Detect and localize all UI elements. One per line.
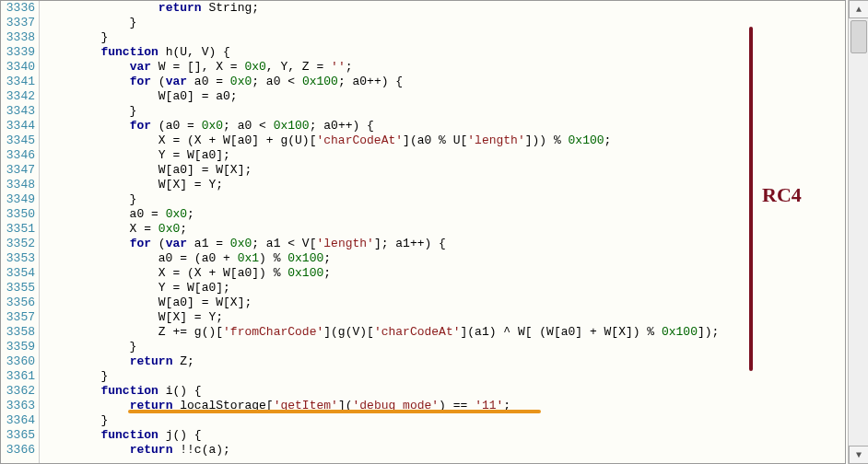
line-number: 3352	[1, 237, 35, 251]
line-number: 3339	[1, 45, 35, 60]
line-number: 3338	[1, 30, 35, 45]
line-number: 3350	[1, 207, 35, 222]
code-line: function h(U, V) {	[43, 45, 845, 60]
code-line: }	[43, 104, 845, 119]
code-line: for (a0 = 0x0; a0 < 0x100; a0++) {	[43, 119, 845, 133]
code-line: X = (X + W[a0]) % 0x100;	[43, 266, 845, 281]
line-number: 3342	[1, 89, 35, 104]
line-number: 3354	[1, 266, 35, 281]
line-number: 3344	[1, 119, 35, 133]
line-number: 3358	[1, 325, 35, 340]
line-number: 3360	[1, 354, 35, 369]
code-line: return String;	[43, 1, 845, 16]
line-number: 3359	[1, 340, 35, 354]
code-line: W[X] = Y;	[43, 310, 845, 325]
annotation-label: RC4	[762, 183, 802, 207]
line-number: 3336	[1, 1, 35, 16]
code-line: X = (X + W[a0] + g(U)['charCodeAt'](a0 %…	[43, 133, 845, 148]
line-number: 3346	[1, 148, 35, 163]
code-line: }	[43, 369, 845, 384]
code-line: return !!c(a);	[43, 443, 845, 458]
scrollbar-thumb[interactable]	[850, 20, 867, 53]
code-line: }	[43, 30, 845, 45]
code-line: Y = W[a0];	[43, 148, 845, 163]
highlight-underline	[128, 410, 541, 413]
line-number: 3351	[1, 222, 35, 237]
line-number: 3364	[1, 413, 35, 428]
code-line: for (var a0 = 0x0; a0 < 0x100; a0++) {	[43, 75, 845, 89]
scroll-down-button[interactable]: ▼	[849, 446, 868, 464]
line-number: 3343	[1, 104, 35, 119]
line-number: 3349	[1, 192, 35, 207]
line-number: 3361	[1, 369, 35, 384]
code-line: Y = W[a0];	[43, 281, 845, 296]
line-number: 3345	[1, 133, 35, 148]
line-number-gutter: 3336333733383339334033413342334333443345…	[1, 1, 40, 463]
line-number: 3340	[1, 60, 35, 75]
scroll-up-button[interactable]: ▲	[849, 0, 868, 18]
code-line: W[a0] = W[X];	[43, 163, 845, 178]
code-editor: 3336333733383339334033413342334333443345…	[0, 0, 846, 464]
line-number: 3348	[1, 178, 35, 192]
code-line: a0 = 0x0;	[43, 207, 845, 222]
chevron-up-icon: ▲	[856, 5, 862, 15]
line-number: 3357	[1, 310, 35, 325]
line-number: 3363	[1, 399, 35, 413]
code-line: function i() {	[43, 384, 845, 399]
line-number: 3341	[1, 75, 35, 89]
code-line: }	[43, 340, 845, 354]
line-number: 3355	[1, 281, 35, 296]
line-number: 3362	[1, 384, 35, 399]
code-line: var W = [], X = 0x0, Y, Z = '';	[43, 60, 845, 75]
code-line: W[X] = Y;	[43, 178, 845, 192]
code-line: a0 = (a0 + 0x1) % 0x100;	[43, 251, 845, 266]
line-number: 3337	[1, 16, 35, 30]
code-line: W[a0] = a0;	[43, 89, 845, 104]
code-line: }	[43, 192, 845, 207]
line-number: 3356	[1, 296, 35, 310]
code-area[interactable]: RC4 return String; } } function h(U, V) …	[40, 1, 845, 463]
annotation-bracket	[749, 27, 753, 371]
line-number: 3347	[1, 163, 35, 178]
vertical-scrollbar[interactable]: ▲ ▼	[848, 0, 868, 464]
code-line: for (var a1 = 0x0; a1 < V['length']; a1+…	[43, 237, 845, 251]
code-line: }	[43, 16, 845, 30]
code-line: }	[43, 413, 845, 428]
code-line: Z += g()['fromCharCode'](g(V)['charCodeA…	[43, 325, 845, 340]
scrollbar-track[interactable]	[849, 18, 868, 446]
code-line: X = 0x0;	[43, 222, 845, 237]
chevron-down-icon: ▼	[856, 450, 862, 460]
code-line: return Z;	[43, 354, 845, 369]
code-line: function j() {	[43, 428, 845, 443]
code-line: W[a0] = W[X];	[43, 296, 845, 310]
line-number: 3365	[1, 428, 35, 443]
line-number: 3366	[1, 443, 35, 458]
line-number: 3353	[1, 251, 35, 266]
